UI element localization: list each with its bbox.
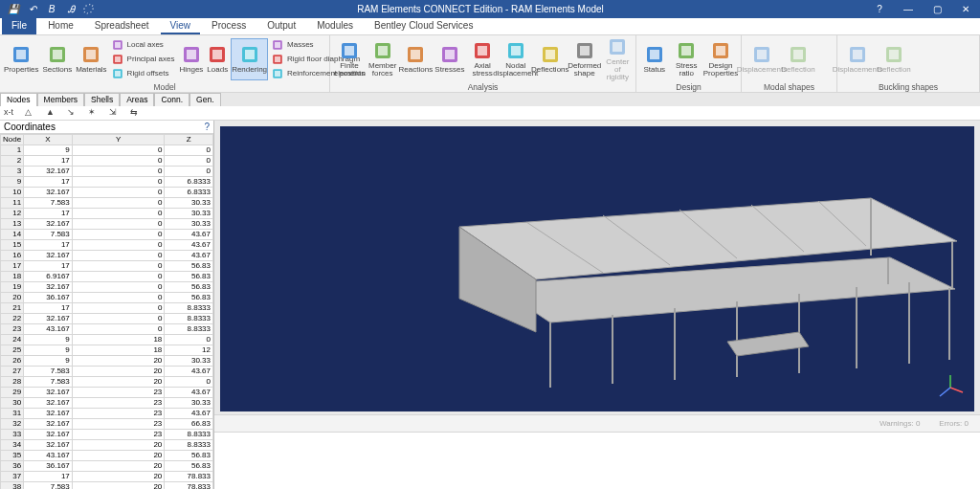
table-row[interactable]: 277.5832043.67	[1, 367, 213, 377]
cell-node[interactable]: 34	[1, 440, 24, 451]
deflections-button[interactable]: Deflections	[534, 38, 567, 80]
table-row[interactable]: 37172078.833	[1, 472, 213, 482]
cell-node[interactable]: 26	[1, 356, 24, 367]
nodal-disp-button[interactable]: Nodal displacement	[500, 38, 532, 80]
save-icon[interactable]: 💾	[8, 4, 19, 15]
table-row[interactable]: 249180	[1, 335, 213, 345]
cell-value[interactable]: 20	[72, 451, 165, 461]
cell-value[interactable]: 17	[24, 156, 73, 167]
cell-value[interactable]: 7.583	[24, 198, 73, 209]
table-row[interactable]: 1900	[1, 145, 213, 156]
xyz-icon[interactable]: x-t	[4, 107, 15, 119]
cell-value[interactable]: 32.167	[24, 398, 73, 409]
principal-axes-button[interactable]: Principal axes	[110, 53, 177, 66]
cell-value[interactable]: 32.167	[24, 440, 73, 451]
cell-value[interactable]: 0	[72, 303, 165, 314]
cell-node[interactable]: 37	[1, 472, 24, 482]
cell-value[interactable]: 20	[72, 461, 165, 472]
reactions-button[interactable]: Reactions	[399, 38, 432, 80]
sections-button[interactable]: Sections	[41, 38, 73, 80]
tab-modules[interactable]: Modules	[307, 18, 363, 34]
cell-value[interactable]: 30.33	[165, 198, 213, 209]
cell-value[interactable]: 0	[72, 324, 165, 335]
cell-value[interactable]: 17	[24, 240, 73, 251]
cell-node[interactable]: 1	[1, 145, 24, 156]
cell-value[interactable]: 0	[72, 240, 165, 251]
finite-elements-button[interactable]: Finite elements	[333, 38, 366, 80]
member-forces-button[interactable]: Member forces	[368, 38, 397, 80]
cell-value[interactable]: 20	[72, 472, 165, 482]
cell-value[interactable]: 0	[165, 145, 213, 156]
cell-node[interactable]: 23	[1, 324, 24, 335]
loads-button[interactable]: Loads	[206, 38, 229, 80]
cell-node[interactable]: 2	[1, 156, 24, 167]
cell-value[interactable]: 6.9167	[24, 272, 73, 282]
cell-value[interactable]: 7.583	[24, 482, 73, 490]
cell-value[interactable]: 23	[72, 409, 165, 419]
cell-value[interactable]: 0	[72, 282, 165, 293]
table-row[interactable]: 1632.167043.67	[1, 251, 213, 261]
table-row[interactable]: 1932.167056.83	[1, 282, 213, 293]
hinges-button[interactable]: Hinges	[178, 38, 204, 80]
table-row[interactable]: 1717056.83	[1, 261, 213, 272]
tab-bentley-cloud-services[interactable]: Bentley Cloud Services	[365, 18, 482, 34]
cell-value[interactable]: 43.67	[165, 230, 213, 240]
cell-node[interactable]: 33	[1, 430, 24, 440]
subtab-nodes[interactable]: Nodes	[0, 93, 37, 106]
cell-value[interactable]: 56.83	[165, 261, 213, 272]
cell-value[interactable]: 0	[72, 177, 165, 188]
coordinates-table[interactable]: NodeXYZ 190021700332.1670091706.83331032…	[0, 134, 213, 489]
table-row[interactable]: 2692030.33	[1, 356, 213, 367]
cell-value[interactable]: 7.583	[24, 367, 73, 377]
cell-value[interactable]: 0	[72, 156, 165, 167]
col-z[interactable]: Z	[165, 135, 213, 145]
col-y[interactable]: Y	[72, 135, 165, 145]
tab-process[interactable]: Process	[202, 18, 256, 34]
cell-value[interactable]: 18	[72, 345, 165, 356]
cell-value[interactable]: 17	[24, 472, 73, 482]
cell-value[interactable]: 32.167	[24, 167, 73, 177]
table-row[interactable]: 91706.8333	[1, 177, 213, 188]
cell-value[interactable]: 56.83	[165, 461, 213, 472]
cell-value[interactable]: 30.33	[165, 209, 213, 219]
cell-value[interactable]: 30.33	[165, 356, 213, 367]
cell-value[interactable]: 32.167	[24, 251, 73, 261]
cell-value[interactable]: 32.167	[24, 430, 73, 440]
cell-value[interactable]: 8.8333	[165, 324, 213, 335]
table-row[interactable]: 387.5832078.833	[1, 482, 213, 490]
table-row[interactable]: 21700	[1, 156, 213, 167]
cell-value[interactable]: 32.167	[24, 388, 73, 398]
cell-node[interactable]: 24	[1, 335, 24, 345]
table-row[interactable]: 3132.1672343.67	[1, 409, 213, 419]
cell-value[interactable]: 0	[72, 198, 165, 209]
table-row[interactable]: 3332.167238.8333	[1, 430, 213, 440]
cell-node[interactable]: 21	[1, 303, 24, 314]
table-row[interactable]: 3232.1672366.83	[1, 419, 213, 430]
cell-value[interactable]: 43.167	[24, 324, 73, 335]
cell-value[interactable]: 17	[24, 261, 73, 272]
table-row[interactable]: 3032.1672330.33	[1, 398, 213, 409]
cell-node[interactable]: 16	[1, 251, 24, 261]
cell-value[interactable]: 56.83	[165, 293, 213, 303]
cell-value[interactable]: 0	[72, 167, 165, 177]
cell-value[interactable]: 0	[72, 293, 165, 303]
cell-node[interactable]: 18	[1, 272, 24, 282]
cell-value[interactable]: 9	[24, 356, 73, 367]
tab-spreadsheet[interactable]: Spreadsheet	[85, 18, 159, 34]
cell-node[interactable]: 38	[1, 482, 24, 490]
local-axes-button[interactable]: Local axes	[110, 38, 177, 52]
cell-value[interactable]: 66.83	[165, 419, 213, 430]
properties-button[interactable]: Properties	[3, 38, 39, 80]
axes-icon[interactable]: ✶	[88, 107, 100, 119]
cell-value[interactable]: 43.67	[165, 240, 213, 251]
cell-value[interactable]: 56.83	[165, 282, 213, 293]
cell-node[interactable]: 20	[1, 293, 24, 303]
cell-value[interactable]: 7.583	[24, 377, 73, 388]
tab-home[interactable]: Home	[38, 18, 83, 34]
table-row[interactable]: 2036.167056.83	[1, 293, 213, 303]
cell-value[interactable]: 8.8333	[165, 430, 213, 440]
cell-node[interactable]: 17	[1, 261, 24, 272]
cell-value[interactable]: 0	[165, 167, 213, 177]
cell-value[interactable]: 32.167	[24, 419, 73, 430]
cell-value[interactable]: 32.167	[24, 188, 73, 198]
